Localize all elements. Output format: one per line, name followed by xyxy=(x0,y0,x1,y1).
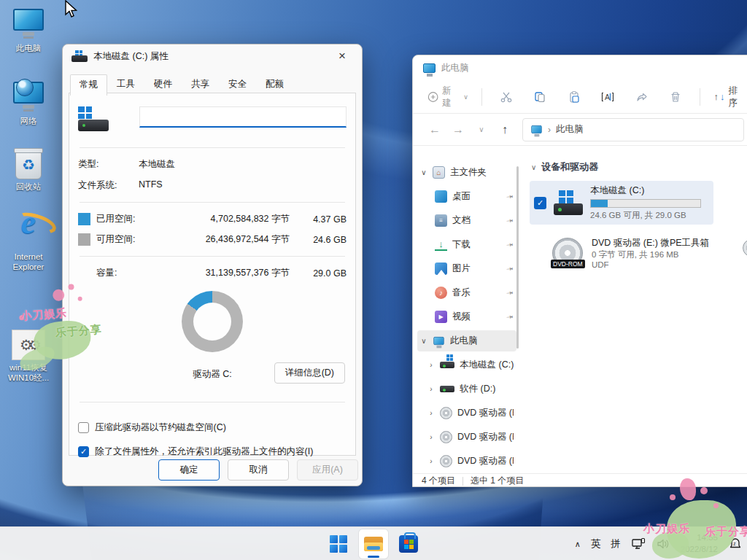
compress-checkbox-row[interactable]: 压缩此驱动器以节约磁盘空间(C) xyxy=(78,421,347,434)
date: 2022/8/12 xyxy=(681,544,718,556)
chevron-down-icon[interactable]: ∨ xyxy=(420,337,427,345)
drive-name: DVD 驱动器 (E:) 微PE工具箱 xyxy=(592,237,709,249)
address-bar[interactable]: › 此电脑 xyxy=(522,118,744,141)
sidebar-item-pictures[interactable]: 图片 📌︎ xyxy=(417,258,516,279)
capacity-bytes: 31,139,557,376 字节 xyxy=(151,267,290,279)
drive-tile-dvd-e[interactable]: DVD-ROM DVD 驱动器 (E:) 微PE工具箱 0 字节 可用, 共 1… xyxy=(530,233,713,273)
taskbar-store-button[interactable] xyxy=(394,529,423,559)
sidebar-item-home[interactable]: ∨ ⌂ 主文件夹 xyxy=(417,162,516,183)
volume-name-input[interactable] xyxy=(139,106,347,128)
speaker-icon[interactable] xyxy=(656,537,670,551)
dialog-footer: 确定 取消 应用(A) xyxy=(63,454,362,486)
cancel-button[interactable]: 取消 xyxy=(228,459,289,481)
apply-button[interactable]: 应用(A) xyxy=(297,459,358,481)
breadcrumb-separator-icon: › xyxy=(548,125,551,135)
ime-language-indicator[interactable]: 英 xyxy=(591,537,601,551)
tab-tools[interactable]: 工具 xyxy=(107,74,144,95)
up-button[interactable]: ↑ xyxy=(493,123,516,136)
close-icon[interactable]: × xyxy=(331,49,353,63)
start-button[interactable] xyxy=(324,529,353,559)
status-divider xyxy=(462,477,463,486)
section-devices-and-drives[interactable]: ∨ 设备和驱动器 xyxy=(531,160,747,174)
tab-hardware[interactable]: 硬件 xyxy=(144,74,182,95)
filesystem-label: 文件系统: xyxy=(78,179,139,192)
used-space-swatch xyxy=(78,213,90,225)
sidebar-item-documents[interactable]: ≡ 文档 📌︎ xyxy=(417,210,516,231)
rename-button[interactable]: A xyxy=(591,90,624,104)
this-pc-icon xyxy=(531,125,541,133)
taskbar-file-explorer-button[interactable] xyxy=(359,529,388,559)
sidebar-item-videos[interactable]: ▶ 视频 📌︎ xyxy=(417,306,516,327)
dialog-tabs: 常规 工具 硬件 共享 安全 配额 xyxy=(63,68,362,95)
sidebar-item-label: DVD 驱动器 (F xyxy=(457,431,514,443)
taskbar-clock[interactable]: 14:55 2022/8/12 xyxy=(681,532,718,555)
sidebar-item-music[interactable]: ♪ 音乐 📌︎ xyxy=(417,282,516,303)
forward-button[interactable]: → xyxy=(446,123,470,136)
tab-sharing[interactable]: 共享 xyxy=(182,74,219,95)
explorer-titlebar[interactable]: 此电脑 xyxy=(413,55,747,80)
desktop-icon-network[interactable]: 网络 xyxy=(0,82,57,126)
paste-button[interactable] xyxy=(557,90,591,104)
cut-button[interactable] xyxy=(489,90,523,104)
details-button[interactable]: 详细信息(D) xyxy=(274,362,345,384)
pin-icon: 📌︎ xyxy=(505,239,516,250)
sidebar-scrollbar[interactable] xyxy=(516,166,519,349)
history-dropdown-button[interactable]: ∨ xyxy=(470,125,493,133)
copy-button[interactable] xyxy=(523,90,557,104)
sidebar-item-downloads[interactable]: ↓ 下载 📌︎ xyxy=(417,234,516,255)
back-button[interactable]: ← xyxy=(423,123,446,136)
paste-icon xyxy=(568,90,581,104)
sidebar-item-drive-c[interactable]: › 本地磁盘 (C:) xyxy=(417,354,516,376)
sidebar-item-label: 文档 xyxy=(452,214,501,227)
delete-button[interactable] xyxy=(659,90,692,104)
desktop-icon-win11-restore[interactable]: ⚙⚙ win11恢复 WIN10经... xyxy=(0,330,57,384)
tab-general[interactable]: 常规 xyxy=(70,74,107,96)
svg-text:z: z xyxy=(733,541,735,546)
checkbox-unchecked[interactable] xyxy=(78,422,89,433)
dvd-rom-icon: DVD-ROM xyxy=(552,238,586,268)
chevron-down-icon[interactable]: ∨ xyxy=(420,168,427,176)
sort-button[interactable]: ↑↓ 排序 xyxy=(713,85,746,109)
chevron-right-icon[interactable]: › xyxy=(427,385,435,393)
free-space-swatch xyxy=(78,233,90,246)
trash-icon xyxy=(669,90,682,104)
drive-name: 本地磁盘 (C:) xyxy=(590,184,709,197)
network-icon[interactable] xyxy=(631,537,646,551)
sidebar-item-label: DVD 驱动器 (E xyxy=(457,407,514,419)
desktop-icon-this-pc[interactable]: 此电脑 xyxy=(0,9,57,53)
sidebar-item-dvd-e[interactable]: › DVD 驱动器 (E xyxy=(417,402,516,424)
dvd-icon xyxy=(440,455,452,467)
sidebar-item-dvd-f[interactable]: › DVD 驱动器 (F xyxy=(417,427,516,448)
sidebar-item-this-pc[interactable]: ∨ 此电脑 xyxy=(417,330,516,351)
taskbar: ∧ 英 拼 14:55 2022/8/12 z xyxy=(0,526,747,560)
tray-chevron-up-icon[interactable]: ∧ xyxy=(575,540,581,549)
chevron-right-icon[interactable]: › xyxy=(427,409,435,417)
desktop-folder-icon xyxy=(435,190,447,203)
sidebar-item-drive-d[interactable]: › 软件 (D:) xyxy=(417,378,516,400)
chevron-right-icon[interactable]: › xyxy=(427,361,435,369)
chevron-right-icon[interactable]: › xyxy=(427,457,435,465)
breadcrumb[interactable]: 此电脑 xyxy=(556,123,584,136)
section-header-label: 设备和驱动器 xyxy=(541,160,598,174)
microsoft-store-icon xyxy=(399,535,418,553)
chevron-right-icon[interactable]: › xyxy=(427,433,435,441)
capacity-meter-fill xyxy=(591,200,608,207)
sort-arrows-icon: ↓ xyxy=(720,91,725,102)
tab-quota[interactable]: 配额 xyxy=(256,74,293,95)
sidebar-item-label: 主文件夹 xyxy=(450,166,514,179)
used-space-bytes: 4,702,584,832 字节 xyxy=(151,213,290,225)
sidebar-item-desktop[interactable]: 桌面 📌︎ xyxy=(417,186,516,207)
dialog-titlebar[interactable]: 本地磁盘 (C:) 属性 × xyxy=(63,44,362,68)
desktop-icon-recycle-bin[interactable]: ♻ 回收站 xyxy=(0,150,57,192)
windows-logo-icon xyxy=(330,535,347,553)
ime-mode-indicator[interactable]: 拼 xyxy=(611,537,621,551)
checkbox-checked-icon[interactable]: ✓ xyxy=(534,197,546,209)
drive-tile-c[interactable]: ✓ 本地磁盘 (C:) 24.6 GB 可用, 共 29.0 GB xyxy=(530,181,713,225)
notification-bell-icon[interactable]: z xyxy=(728,537,743,551)
tab-security[interactable]: 安全 xyxy=(219,74,256,95)
ok-button[interactable]: 确定 xyxy=(158,459,220,481)
new-button[interactable]: 新建 ∨ xyxy=(422,80,474,114)
desktop-icon-internet-explorer[interactable]: e Internet Explorer xyxy=(0,207,57,273)
sidebar-item-dvd-f2[interactable]: › DVD 驱动器 (F:) xyxy=(417,451,516,472)
share-button[interactable] xyxy=(625,90,659,104)
